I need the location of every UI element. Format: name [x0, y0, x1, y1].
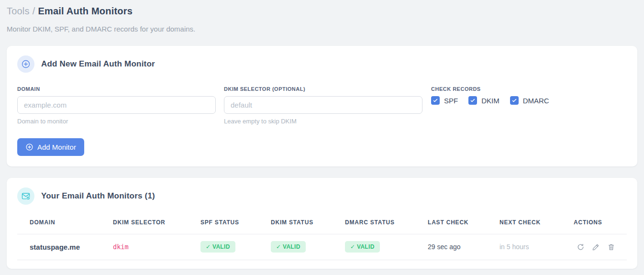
table-row: statuspage.me dkim ✓ VALID ✓ VALID ✓ VAL… [17, 234, 627, 260]
monitors-card-title: Your Email Auth Monitors (1) [41, 191, 155, 201]
monitor-spf-status-cell: ✓ VALID [188, 234, 258, 260]
page-subtitle: Monitor DKIM, SPF, and DMARC records for… [7, 25, 637, 33]
add-monitor-button-label: Add Monitor [37, 143, 76, 151]
col-header-dkim-status: DKIM STATUS [258, 213, 333, 234]
spf-checkbox[interactable]: SPF [431, 96, 458, 105]
dkim-selector-input[interactable] [224, 96, 422, 114]
email-auth-monitors-page: Tools/Email Auth Monitors Monitor DKIM, … [0, 0, 644, 269]
monitor-last-check: 29 sec ago [415, 234, 487, 260]
spf-checkbox-label: SPF [444, 97, 458, 105]
page-title: Email Auth Monitors [38, 6, 133, 16]
dmarc-checkbox-checked-icon [510, 96, 519, 105]
refresh-button[interactable] [577, 243, 584, 251]
monitor-dkim-status-cell: ✓ VALID [258, 234, 333, 260]
col-header-last-check: LAST CHECK [415, 213, 487, 234]
trash-icon [608, 243, 615, 251]
table-header-row: DOMAIN DKIM SELECTOR SPF STATUS DKIM STA… [17, 213, 627, 234]
refresh-icon [577, 243, 584, 251]
domain-label: DOMAIN [17, 86, 216, 92]
dkim-checkbox[interactable]: DKIM [468, 96, 500, 105]
col-header-spf-status: SPF STATUS [188, 213, 258, 234]
spf-checkbox-checked-icon [431, 96, 440, 105]
monitor-dkim-selector: dkim [100, 234, 188, 260]
add-monitor-card: Add New Email Auth Monitor DOMAIN Domain… [7, 46, 637, 166]
monitor-dmarc-status-cell: ✓ VALID [333, 234, 415, 260]
domain-input[interactable] [17, 96, 216, 114]
plus-circle-icon [17, 55, 34, 73]
dkim-selector-label: DKIM SELECTOR (OPTIONAL) [224, 86, 422, 92]
plus-circle-icon [25, 143, 33, 151]
check-records-group: CHECK RECORDS SPF DKIM [431, 86, 549, 125]
dkim-selector-field-group: DKIM SELECTOR (OPTIONAL) Leave empty to … [224, 86, 422, 125]
add-monitor-card-title: Add New Email Auth Monitor [41, 59, 155, 69]
dkim-checkbox-label: DKIM [481, 97, 500, 105]
breadcrumb: Tools/Email Auth Monitors [7, 5, 637, 17]
domain-helper-text: Domain to monitor [17, 118, 216, 125]
monitor-domain: statuspage.me [17, 234, 100, 260]
monitor-actions-cell [561, 234, 627, 260]
col-header-actions: ACTIONS [561, 213, 627, 234]
email-check-icon [17, 187, 34, 205]
col-header-dkim-selector: DKIM SELECTOR [100, 213, 188, 234]
edit-button[interactable] [592, 243, 600, 251]
pencil-icon [592, 243, 600, 251]
dmarc-status-badge: ✓ VALID [345, 241, 380, 253]
add-monitor-button[interactable]: Add Monitor [17, 138, 84, 156]
domain-field-group: DOMAIN Domain to monitor [17, 86, 216, 125]
check-records-options: SPF DKIM DMARC [431, 96, 549, 105]
dkim-status-badge: ✓ VALID [271, 241, 306, 253]
monitors-card: Your Email Auth Monitors (1) DOMAIN DKIM… [7, 178, 637, 269]
dkim-checkbox-checked-icon [468, 96, 477, 105]
col-header-dmarc-status: DMARC STATUS [333, 213, 415, 234]
monitors-table: DOMAIN DKIM SELECTOR SPF STATUS DKIM STA… [17, 213, 627, 260]
dkim-selector-helper-text: Leave empty to skip DKIM [224, 118, 422, 125]
dmarc-checkbox[interactable]: DMARC [510, 96, 549, 105]
breadcrumb-tools-link[interactable]: Tools [7, 6, 30, 16]
monitor-next-check: in 5 hours [487, 234, 561, 260]
breadcrumb-separator: / [33, 6, 35, 16]
monitors-card-header: Your Email Auth Monitors (1) [17, 187, 627, 205]
spf-status-badge: ✓ VALID [200, 241, 235, 253]
dmarc-checkbox-label: DMARC [523, 97, 549, 105]
col-header-domain: DOMAIN [17, 213, 100, 234]
add-monitor-card-header: Add New Email Auth Monitor [17, 55, 627, 73]
add-monitor-form: DOMAIN Domain to monitor DKIM SELECTOR (… [17, 86, 627, 125]
delete-button[interactable] [608, 243, 615, 251]
check-records-label: CHECK RECORDS [431, 86, 549, 92]
col-header-next-check: NEXT CHECK [487, 213, 561, 234]
